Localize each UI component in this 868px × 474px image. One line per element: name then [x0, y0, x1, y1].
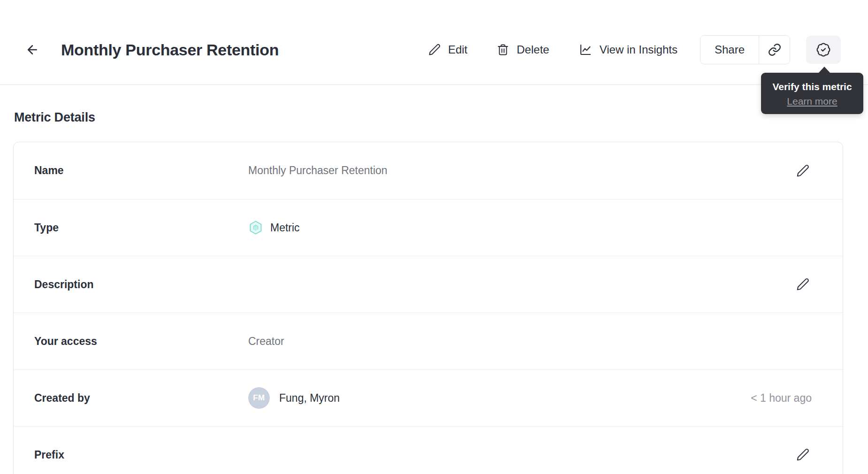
- metric-hexagon-icon: [248, 220, 263, 235]
- link-icon: [768, 43, 782, 57]
- share-button[interactable]: Share: [700, 36, 759, 64]
- header-actions: Edit Delete View in Insights Share: [428, 35, 841, 64]
- row-label: Type: [34, 222, 248, 234]
- delete-button[interactable]: Delete: [496, 43, 549, 56]
- detail-row-name: Name Monthly Purchaser Retention: [14, 142, 843, 199]
- trash-icon: [496, 43, 510, 56]
- edit-prefix-button[interactable]: [794, 446, 812, 464]
- verified-badge-icon: [816, 42, 831, 57]
- row-value: Metric: [270, 222, 300, 234]
- tooltip-title: Verify this metric: [767, 81, 858, 93]
- arrow-left-icon: [25, 43, 39, 57]
- creator-cell: FM Fung, Myron: [248, 387, 340, 409]
- learn-more-link[interactable]: Learn more: [787, 96, 837, 107]
- row-label: Your access: [34, 335, 248, 348]
- row-label: Created by: [34, 392, 248, 405]
- created-timestamp: < 1 hour ago: [751, 392, 812, 405]
- row-label: Description: [34, 278, 248, 291]
- verify-metric-button[interactable]: [806, 36, 841, 64]
- share-button-group: Share: [700, 35, 790, 64]
- row-label: Prefix: [34, 449, 248, 461]
- detail-row-type: Type Metric: [14, 199, 843, 256]
- back-button[interactable]: [24, 42, 40, 58]
- verify-metric-tooltip: Verify this metric Learn more: [761, 73, 863, 114]
- row-label: Name: [34, 164, 248, 177]
- detail-row-created-by: Created by FM Fung, Myron < 1 hour ago: [14, 369, 843, 426]
- edit-button-label: Edit: [448, 43, 467, 56]
- edit-description-button[interactable]: [794, 275, 812, 293]
- pencil-icon: [428, 43, 441, 56]
- header: Monthly Purchaser Retention Edit Delete …: [0, 0, 868, 85]
- view-in-insights-label: View in Insights: [600, 43, 678, 56]
- view-in-insights-button[interactable]: View in Insights: [579, 43, 678, 57]
- type-value-cell: Metric: [248, 220, 300, 235]
- creator-name: Fung, Myron: [279, 392, 340, 405]
- line-chart-icon: [579, 43, 593, 57]
- row-value: Monthly Purchaser Retention: [248, 164, 388, 177]
- edit-name-button[interactable]: [794, 162, 812, 180]
- copy-link-button[interactable]: [759, 36, 790, 64]
- row-value: Creator: [248, 335, 284, 348]
- pencil-icon: [796, 448, 810, 462]
- metric-details-card: Name Monthly Purchaser Retention Type Me…: [13, 142, 843, 474]
- detail-row-prefix: Prefix: [14, 426, 843, 474]
- page-title: Monthly Purchaser Retention: [61, 41, 279, 59]
- avatar: FM: [248, 387, 270, 409]
- edit-button[interactable]: Edit: [428, 43, 467, 56]
- section-title: Metric Details: [14, 110, 868, 125]
- detail-row-description: Description: [14, 256, 843, 313]
- pencil-icon: [796, 164, 810, 178]
- pencil-icon: [796, 277, 810, 291]
- delete-button-label: Delete: [517, 43, 549, 56]
- detail-row-your-access: Your access Creator: [14, 313, 843, 369]
